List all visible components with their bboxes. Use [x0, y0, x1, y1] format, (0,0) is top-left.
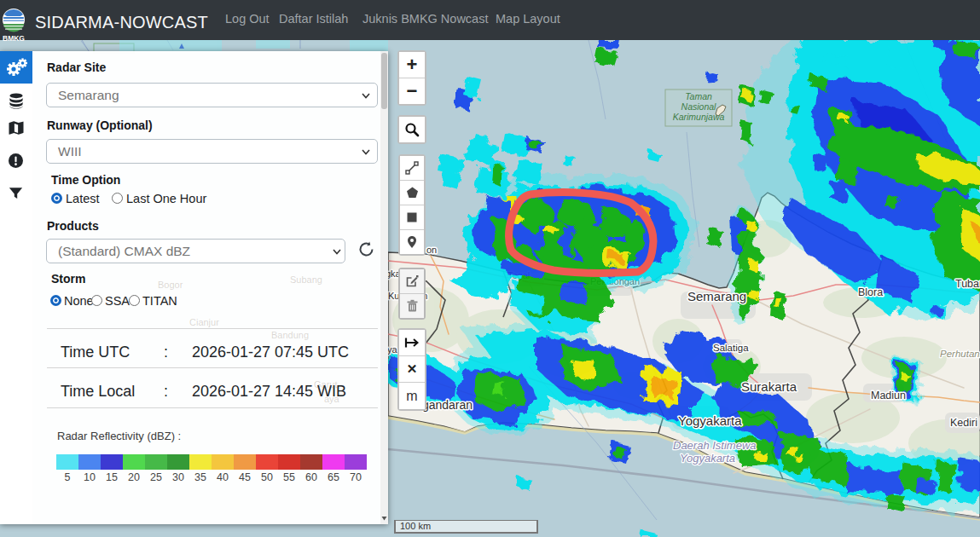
svg-text:Salatiga: Salatiga	[713, 343, 749, 353]
svg-text:Blora: Blora	[858, 286, 883, 298]
svg-text:Yogyakarta: Yogyakarta	[678, 413, 742, 428]
svg-text:Semarang: Semarang	[687, 289, 746, 303]
svg-text:Perhutani: Perhutani	[940, 349, 980, 359]
svg-text:Surakarta: Surakarta	[741, 379, 797, 394]
svg-text:Tuban: Tuban	[955, 278, 980, 290]
svg-text:Nasional: Nasional	[681, 101, 717, 112]
svg-text:Taman: Taman	[685, 91, 712, 101]
svg-text:Madiun: Madiun	[871, 390, 906, 401]
svg-text:on: on	[426, 245, 437, 255]
svg-text:Karimunjawa: Karimunjawa	[673, 112, 725, 122]
svg-text:Daerah Istimewa: Daerah Istimewa	[673, 439, 757, 452]
svg-text:Kediri: Kediri	[950, 417, 977, 429]
svg-text:Yogyakarta: Yogyakarta	[680, 452, 735, 465]
svg-text:BMKG: BMKG	[3, 34, 25, 42]
